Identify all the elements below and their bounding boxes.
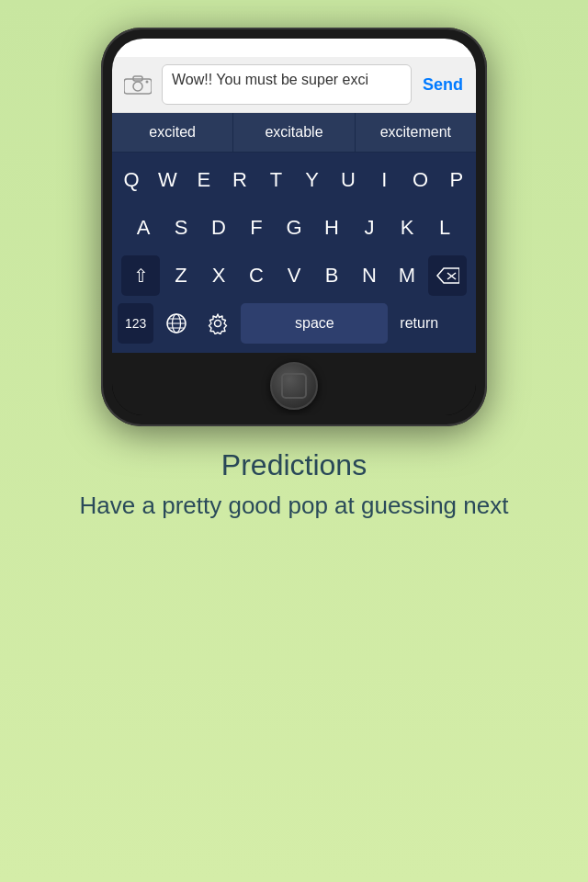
return-key[interactable]: return — [392, 303, 446, 344]
key-w[interactable]: W — [152, 160, 183, 200]
prediction-2[interactable]: excitable — [233, 113, 355, 152]
gear-icon — [207, 312, 229, 334]
key-a[interactable]: A — [127, 208, 160, 248]
key-i[interactable]: I — [368, 160, 400, 200]
message-area: Wow!! You must be super exci Send — [112, 57, 476, 113]
key-q[interactable]: Q — [116, 160, 147, 200]
svg-point-11 — [215, 321, 221, 327]
key-z[interactable]: Z — [164, 255, 198, 296]
key-l[interactable]: L — [428, 208, 461, 248]
key-g[interactable]: G — [277, 208, 311, 248]
globe-key[interactable] — [158, 303, 195, 344]
description-area: Predictions Have a pretty good pop at gu… — [43, 448, 546, 522]
key-f[interactable]: F — [240, 208, 273, 248]
key-u[interactable]: U — [333, 160, 364, 200]
key-j[interactable]: J — [353, 208, 386, 248]
home-button-inner — [281, 373, 307, 399]
key-r[interactable]: R — [224, 160, 255, 200]
space-key[interactable]: space — [241, 303, 388, 344]
key-x[interactable]: X — [202, 255, 235, 296]
key-t[interactable]: T — [260, 160, 291, 200]
key-p[interactable]: P — [441, 160, 472, 200]
camera-button[interactable] — [121, 68, 154, 101]
numbers-key[interactable]: 123 — [118, 303, 153, 344]
camera-icon — [124, 74, 152, 95]
keyboard-row-3: ⇧ Z X C V B N M — [116, 255, 472, 296]
key-b[interactable]: B — [315, 255, 348, 296]
settings-key[interactable] — [199, 303, 236, 344]
message-input[interactable]: Wow!! You must be super exci — [162, 64, 412, 105]
prediction-1[interactable]: excited — [112, 113, 233, 152]
home-area — [112, 353, 476, 415]
phone-screen: Wow!! You must be super exci Send excite… — [112, 39, 476, 415]
globe-icon — [165, 312, 187, 334]
key-o[interactable]: O — [404, 160, 435, 200]
prediction-3[interactable]: excitement — [356, 113, 476, 152]
svg-point-1 — [133, 82, 142, 91]
key-s[interactable]: S — [164, 208, 198, 248]
status-bar — [112, 39, 476, 57]
key-e[interactable]: E — [188, 160, 220, 200]
key-c[interactable]: C — [240, 255, 273, 296]
shift-icon: ⇧ — [133, 265, 149, 287]
key-d[interactable]: D — [202, 208, 235, 248]
shift-key[interactable]: ⇧ — [121, 255, 160, 296]
key-n[interactable]: N — [353, 255, 386, 296]
key-y[interactable]: Y — [297, 160, 328, 200]
home-button[interactable] — [270, 362, 318, 410]
send-button[interactable]: Send — [419, 75, 467, 95]
description-title: Predictions — [80, 448, 509, 482]
svg-point-3 — [146, 81, 149, 84]
phone-shell: Wow!! You must be super exci Send excite… — [101, 28, 487, 426]
keyboard-row-1: Q W E R T Y U I O P — [116, 160, 472, 200]
delete-icon — [435, 266, 459, 285]
delete-key[interactable] — [428, 255, 467, 296]
description-body: Have a pretty good pop at guessing next — [80, 490, 509, 522]
predictions-bar: excited excitable excitement — [112, 113, 476, 153]
key-h[interactable]: H — [315, 208, 348, 248]
key-k[interactable]: K — [390, 208, 424, 248]
keyboard-row-2: A S D F G H J K L — [116, 208, 472, 248]
key-m[interactable]: M — [390, 255, 424, 296]
keyboard: Q W E R T Y U I O P A S D F G H J K — [112, 153, 476, 353]
keyboard-bottom-row: 123 space — [116, 303, 472, 344]
key-v[interactable]: V — [277, 255, 311, 296]
